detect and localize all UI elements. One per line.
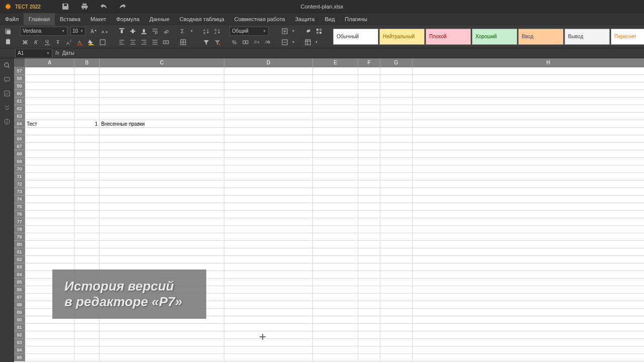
style-cell[interactable]: Плохой [426,29,471,45]
cell[interactable] [224,339,313,346]
cell[interactable] [74,256,100,263]
cell[interactable] [413,324,644,331]
cell[interactable] [313,279,358,286]
row-header[interactable]: 92 [14,331,25,339]
menu-item-главная[interactable]: Главная [24,13,55,25]
cell[interactable] [100,98,224,105]
cell[interactable] [380,263,413,271]
cell[interactable] [413,180,644,188]
cell[interactable] [25,128,74,135]
cell[interactable] [224,294,313,301]
cell[interactable] [358,158,380,165]
style-cell[interactable]: Хороший [472,29,517,45]
cell[interactable] [413,165,644,173]
cell[interactable] [358,113,380,120]
percent-icon[interactable]: % [229,38,239,47]
cell[interactable] [413,120,644,128]
cell[interactable] [358,331,380,339]
row-header[interactable]: 66 [14,135,25,143]
cell[interactable] [380,271,413,279]
cell[interactable] [413,309,644,316]
cell[interactable] [74,241,100,248]
menu-item-плагины[interactable]: Плагины [340,13,372,25]
cell[interactable] [74,248,100,256]
cell[interactable] [224,263,313,271]
cell[interactable] [358,120,380,128]
cell[interactable] [380,294,413,301]
spreadsheet-grid[interactable]: ABCDEFGH 5758596061626364656667686970717… [14,58,644,362]
cell[interactable] [224,113,313,120]
clear-filter-icon[interactable] [212,38,222,47]
cell[interactable] [380,173,413,180]
cell[interactable] [74,173,100,180]
cell[interactable] [25,90,74,98]
row-header[interactable]: 90 [14,316,25,324]
style-cell[interactable]: Обычный [333,29,378,45]
cell[interactable]: 1 [74,120,100,128]
cell[interactable] [313,158,358,165]
cell[interactable] [100,90,224,98]
row-header[interactable]: 93 [14,339,25,346]
cell[interactable] [100,324,224,331]
cell[interactable] [224,128,313,135]
cell[interactable] [380,218,413,226]
info-icon[interactable] [3,118,11,126]
cell[interactable] [380,331,413,339]
cell[interactable] [380,120,413,128]
cell[interactable] [358,135,380,143]
cell[interactable] [25,135,74,143]
row-header[interactable]: 58 [14,75,25,82]
cell[interactable] [313,226,358,233]
cell[interactable] [100,135,224,143]
italic-button[interactable]: К [31,38,41,47]
column-header[interactable]: D [224,58,313,67]
cell[interactable] [358,128,380,135]
cell[interactable] [25,331,74,339]
format-table-icon[interactable] [303,38,313,47]
style-cell[interactable]: Пересчет [611,29,644,45]
insert-dropdown-icon[interactable]: ▼ [291,27,296,36]
column-header[interactable]: C [100,58,224,67]
cell[interactable] [74,233,100,241]
cell[interactable] [380,180,413,188]
row-header[interactable]: 61 [14,98,25,105]
cell[interactable] [74,90,100,98]
menu-item-вид[interactable]: Вид [319,13,340,25]
cell[interactable] [358,188,380,196]
style-cell[interactable]: Нейтральный [379,29,425,45]
cell[interactable] [313,82,358,90]
cell[interactable] [25,226,74,233]
cell[interactable] [100,105,224,113]
cell[interactable] [413,158,644,165]
cell[interactable] [313,67,358,75]
row-header[interactable]: 63 [14,113,25,120]
cell[interactable] [413,263,644,271]
name-box[interactable]: A1▼ [15,49,52,58]
cell[interactable] [74,75,100,82]
cell[interactable] [413,135,644,143]
cell[interactable] [380,211,413,218]
cell[interactable] [74,354,100,361]
cell[interactable] [413,279,644,286]
cell[interactable] [224,173,313,180]
cell[interactable] [313,150,358,158]
cell[interactable] [25,158,74,165]
cell[interactable] [74,203,100,211]
cell[interactable] [413,128,644,135]
column-header[interactable]: G [380,58,413,67]
align-left-icon[interactable] [117,38,127,47]
cell[interactable] [313,180,358,188]
cell[interactable] [74,113,100,120]
conditional-format-icon[interactable] [314,27,324,36]
cell[interactable] [413,241,644,248]
row-header[interactable]: 75 [14,203,25,211]
cell[interactable] [224,233,313,241]
cell[interactable] [25,75,74,82]
cell[interactable] [358,309,380,316]
column-header[interactable]: H [413,58,644,67]
cell[interactable] [224,165,313,173]
cell[interactable] [224,346,313,354]
cell[interactable] [358,279,380,286]
cell[interactable] [380,105,413,113]
cell[interactable] [25,173,74,180]
